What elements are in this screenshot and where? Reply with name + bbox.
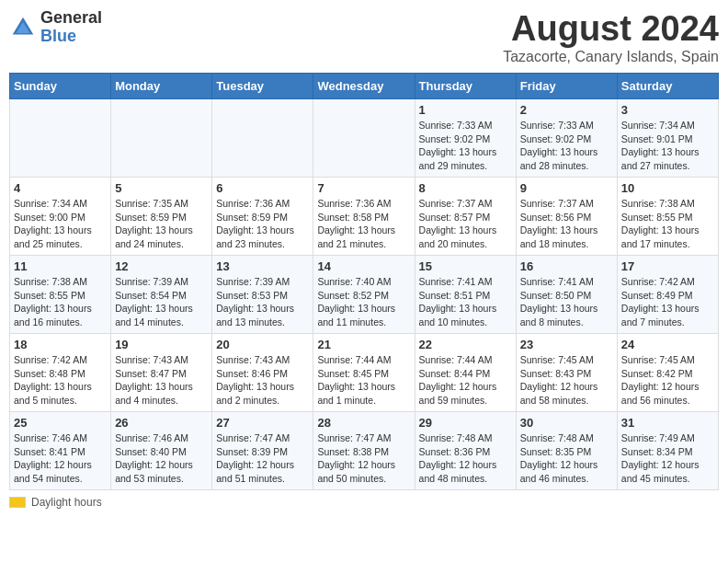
day-cell: 30Sunrise: 7:48 AM Sunset: 8:35 PM Dayli…	[516, 412, 617, 490]
day-info: Sunrise: 7:41 AM Sunset: 8:50 PM Dayligh…	[520, 275, 613, 329]
day-info: Sunrise: 7:48 AM Sunset: 8:35 PM Dayligh…	[520, 431, 613, 486]
day-info: Sunrise: 7:38 AM Sunset: 8:55 PM Dayligh…	[14, 275, 107, 329]
subtitle: Tazacorte, Canary Islands, Spain	[503, 49, 719, 65]
day-info: Sunrise: 7:45 AM Sunset: 8:43 PM Dayligh…	[520, 353, 613, 408]
day-number: 11	[14, 259, 107, 273]
day-info: Sunrise: 7:40 AM Sunset: 8:52 PM Dayligh…	[317, 275, 410, 329]
day-number: 25	[14, 416, 107, 430]
day-number: 4	[14, 181, 107, 195]
day-cell: 8Sunrise: 7:37 AM Sunset: 8:57 PM Daylig…	[415, 178, 516, 256]
day-cell	[313, 99, 415, 178]
day-cell: 11Sunrise: 7:38 AM Sunset: 8:55 PM Dayli…	[10, 256, 111, 334]
week-row-3: 18Sunrise: 7:42 AM Sunset: 8:48 PM Dayli…	[10, 334, 719, 412]
day-info: Sunrise: 7:47 AM Sunset: 8:39 PM Dayligh…	[216, 431, 309, 486]
day-cell: 21Sunrise: 7:44 AM Sunset: 8:45 PM Dayli…	[313, 334, 415, 412]
day-number: 20	[216, 338, 309, 351]
day-number: 22	[419, 338, 512, 351]
calendar-table: SundayMondayTuesdayWednesdayThursdayFrid…	[9, 73, 719, 490]
day-info: Sunrise: 7:39 AM Sunset: 8:54 PM Dayligh…	[115, 275, 208, 329]
header: General Blue August 2024 Tazacorte, Cana…	[9, 9, 719, 65]
day-number: 23	[520, 338, 613, 351]
day-number: 12	[115, 259, 208, 273]
day-number: 18	[14, 338, 107, 351]
day-info: Sunrise: 7:39 AM Sunset: 8:53 PM Dayligh…	[216, 275, 309, 329]
day-info: Sunrise: 7:46 AM Sunset: 8:41 PM Dayligh…	[14, 431, 107, 486]
day-number: 28	[317, 416, 410, 430]
day-cell: 24Sunrise: 7:45 AM Sunset: 8:42 PM Dayli…	[617, 334, 718, 412]
header-cell-thursday: Thursday	[415, 74, 516, 99]
day-cell	[111, 99, 212, 178]
logo-text: General Blue	[40, 9, 102, 46]
week-row-4: 25Sunrise: 7:46 AM Sunset: 8:41 PM Dayli…	[10, 412, 719, 490]
day-cell: 22Sunrise: 7:44 AM Sunset: 8:44 PM Dayli…	[415, 334, 516, 412]
day-cell: 28Sunrise: 7:47 AM Sunset: 8:38 PM Dayli…	[313, 412, 415, 490]
day-cell: 1Sunrise: 7:33 AM Sunset: 9:02 PM Daylig…	[415, 99, 516, 178]
day-cell: 15Sunrise: 7:41 AM Sunset: 8:51 PM Dayli…	[415, 256, 516, 334]
day-number: 7	[317, 181, 410, 195]
day-info: Sunrise: 7:43 AM Sunset: 8:46 PM Dayligh…	[216, 353, 309, 408]
day-number: 21	[317, 338, 410, 351]
day-cell: 5Sunrise: 7:35 AM Sunset: 8:59 PM Daylig…	[111, 178, 212, 256]
day-info: Sunrise: 7:44 AM Sunset: 8:44 PM Dayligh…	[419, 353, 512, 408]
day-cell: 4Sunrise: 7:34 AM Sunset: 9:00 PM Daylig…	[10, 178, 111, 256]
day-cell: 19Sunrise: 7:43 AM Sunset: 8:47 PM Dayli…	[111, 334, 212, 412]
day-info: Sunrise: 7:44 AM Sunset: 8:45 PM Dayligh…	[317, 353, 410, 408]
header-cell-wednesday: Wednesday	[313, 74, 415, 99]
day-info: Sunrise: 7:47 AM Sunset: 8:38 PM Dayligh…	[317, 431, 410, 486]
footer-note: Daylight hours	[9, 496, 719, 509]
day-info: Sunrise: 7:37 AM Sunset: 8:56 PM Dayligh…	[520, 197, 613, 251]
main-title: August 2024	[503, 9, 719, 49]
day-cell: 17Sunrise: 7:42 AM Sunset: 8:49 PM Dayli…	[617, 256, 718, 334]
day-info: Sunrise: 7:35 AM Sunset: 8:59 PM Dayligh…	[115, 197, 208, 251]
day-number: 15	[419, 259, 512, 273]
day-number: 3	[621, 103, 714, 117]
day-cell: 2Sunrise: 7:33 AM Sunset: 9:02 PM Daylig…	[516, 99, 617, 178]
day-number: 14	[317, 259, 410, 273]
day-number: 31	[621, 416, 714, 430]
day-number: 16	[520, 259, 613, 273]
day-cell: 26Sunrise: 7:46 AM Sunset: 8:40 PM Dayli…	[111, 412, 212, 490]
day-info: Sunrise: 7:34 AM Sunset: 9:00 PM Dayligh…	[14, 197, 107, 251]
day-cell: 13Sunrise: 7:39 AM Sunset: 8:53 PM Dayli…	[212, 256, 313, 334]
day-number: 17	[621, 259, 714, 273]
header-row: SundayMondayTuesdayWednesdayThursdayFrid…	[10, 74, 719, 99]
day-number: 1	[419, 103, 512, 117]
day-info: Sunrise: 7:43 AM Sunset: 8:47 PM Dayligh…	[115, 353, 208, 408]
day-number: 6	[216, 181, 309, 195]
header-cell-saturday: Saturday	[617, 74, 718, 99]
calendar-header: SundayMondayTuesdayWednesdayThursdayFrid…	[10, 74, 719, 99]
header-cell-tuesday: Tuesday	[212, 74, 313, 99]
logo-blue: Blue	[40, 28, 102, 46]
day-number: 8	[419, 181, 512, 195]
header-cell-sunday: Sunday	[10, 74, 111, 99]
day-number: 29	[419, 416, 512, 430]
day-cell: 14Sunrise: 7:40 AM Sunset: 8:52 PM Dayli…	[313, 256, 415, 334]
day-number: 19	[115, 338, 208, 351]
day-info: Sunrise: 7:42 AM Sunset: 8:49 PM Dayligh…	[621, 275, 714, 329]
day-cell: 9Sunrise: 7:37 AM Sunset: 8:56 PM Daylig…	[516, 178, 617, 256]
day-cell: 16Sunrise: 7:41 AM Sunset: 8:50 PM Dayli…	[516, 256, 617, 334]
day-info: Sunrise: 7:34 AM Sunset: 9:01 PM Dayligh…	[621, 119, 714, 173]
day-cell: 3Sunrise: 7:34 AM Sunset: 9:01 PM Daylig…	[617, 99, 718, 178]
day-info: Sunrise: 7:41 AM Sunset: 8:51 PM Dayligh…	[419, 275, 512, 329]
day-info: Sunrise: 7:36 AM Sunset: 8:59 PM Dayligh…	[216, 197, 309, 251]
day-info: Sunrise: 7:42 AM Sunset: 8:48 PM Dayligh…	[14, 353, 107, 408]
day-info: Sunrise: 7:46 AM Sunset: 8:40 PM Dayligh…	[115, 431, 208, 486]
day-info: Sunrise: 7:36 AM Sunset: 8:58 PM Dayligh…	[317, 197, 410, 251]
logo: General Blue	[9, 9, 102, 46]
day-info: Sunrise: 7:33 AM Sunset: 9:02 PM Dayligh…	[419, 119, 512, 173]
week-row-2: 11Sunrise: 7:38 AM Sunset: 8:55 PM Dayli…	[10, 256, 719, 334]
daylight-bar-icon	[9, 497, 26, 508]
week-row-1: 4Sunrise: 7:34 AM Sunset: 9:00 PM Daylig…	[10, 178, 719, 256]
day-cell: 31Sunrise: 7:49 AM Sunset: 8:34 PM Dayli…	[617, 412, 718, 490]
day-number: 24	[621, 338, 714, 351]
day-number: 9	[520, 181, 613, 195]
title-area: August 2024 Tazacorte, Canary Islands, S…	[503, 9, 719, 65]
day-info: Sunrise: 7:45 AM Sunset: 8:42 PM Dayligh…	[621, 353, 714, 408]
day-number: 13	[216, 259, 309, 273]
day-cell	[10, 99, 111, 178]
day-cell: 25Sunrise: 7:46 AM Sunset: 8:41 PM Dayli…	[10, 412, 111, 490]
day-number: 30	[520, 416, 613, 430]
day-cell: 29Sunrise: 7:48 AM Sunset: 8:36 PM Dayli…	[415, 412, 516, 490]
day-number: 2	[520, 103, 613, 117]
